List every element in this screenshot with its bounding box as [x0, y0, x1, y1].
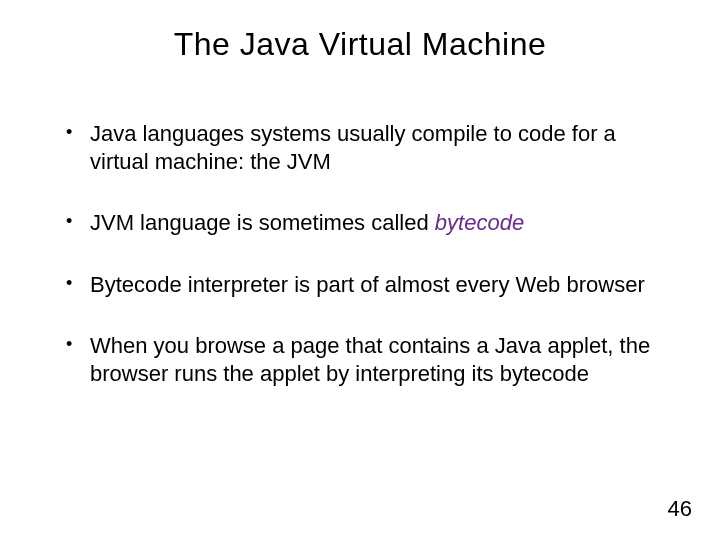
bullet-item: Java languages systems usually compile t…: [60, 120, 660, 175]
slide-body: Java languages systems usually compile t…: [60, 120, 660, 421]
emphasis-bytecode: bytecode: [435, 210, 524, 235]
bullet-list: Java languages systems usually compile t…: [60, 120, 660, 387]
page-number: 46: [668, 496, 692, 522]
slide-title: The Java Virtual Machine: [0, 26, 720, 63]
bullet-item: Bytecode interpreter is part of almost e…: [60, 271, 660, 299]
slide: The Java Virtual Machine Java languages …: [0, 0, 720, 540]
bullet-text: JVM language is sometimes called: [90, 210, 435, 235]
bullet-item: When you browse a page that contains a J…: [60, 332, 660, 387]
bullet-item: JVM language is sometimes called bytecod…: [60, 209, 660, 237]
